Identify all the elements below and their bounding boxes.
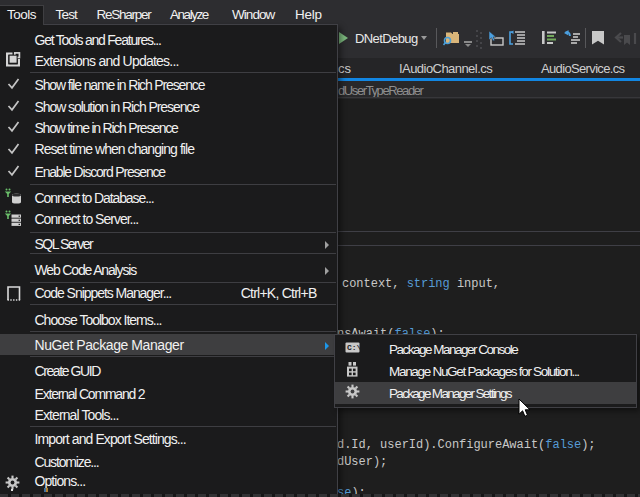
svg-text:C:\: C:\ [347,343,360,352]
